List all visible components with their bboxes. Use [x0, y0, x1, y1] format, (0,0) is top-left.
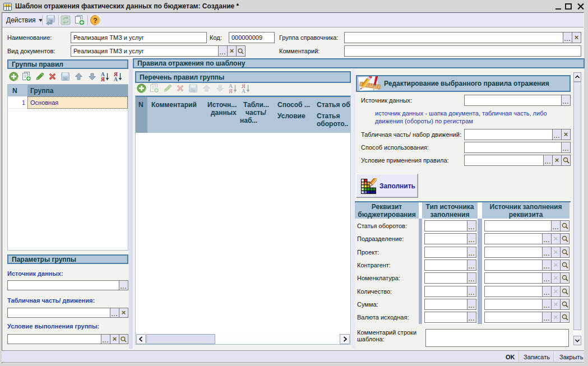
svg-text:Я: Я	[229, 89, 233, 94]
svg-text:Я: Я	[101, 77, 105, 82]
svg-text:А: А	[114, 77, 118, 82]
svg-text:?: ?	[93, 17, 97, 25]
svg-text:А: А	[242, 89, 246, 94]
svg-text:OK: OK	[63, 77, 68, 81]
svg-text:OK: OK	[191, 89, 196, 92]
